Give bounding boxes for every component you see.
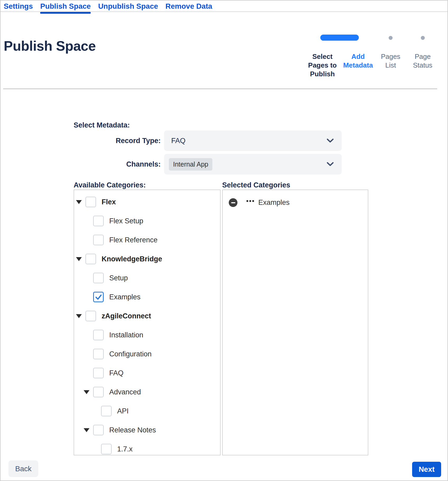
stepper-labels: Select Pages to PublishAdd MetadataPages… [304, 52, 441, 78]
caret-down-icon [84, 390, 89, 394]
caret-toggle-advanced[interactable] [84, 390, 93, 394]
step-dot [421, 36, 425, 40]
selected-row-examples: Examples [223, 190, 368, 207]
caret-down-icon [76, 314, 82, 318]
step-dot [389, 36, 393, 40]
step-pages-list[interactable]: Pages List [375, 52, 406, 78]
category-label-api: API [117, 407, 129, 415]
channels-row: Channels: Internal App [74, 154, 342, 175]
category-label-1-7-x: 1.7.x [117, 445, 133, 453]
section-divider [3, 88, 437, 89]
checkbox-api[interactable] [101, 406, 112, 416]
caret-toggle-zagileconnect[interactable] [76, 314, 85, 318]
step-indicator-cell [406, 34, 439, 41]
step-select-pages-to-publish[interactable]: Select Pages to Publish [304, 52, 341, 78]
caret-toggle-flex[interactable] [76, 200, 85, 204]
tree-row-flex: Flex [74, 192, 220, 211]
tab-settings[interactable]: Settings [4, 2, 33, 11]
page-title: Publish Space [4, 38, 96, 54]
tab-publish-space[interactable]: Publish Space [40, 2, 90, 11]
available-categories-panel: FlexFlex SetupFlex ReferenceKnowledgeBri… [74, 190, 221, 455]
next-button[interactable]: Next [412, 462, 441, 477]
tab-unpublish-space[interactable]: Unpublish Space [98, 2, 158, 11]
checkbox-faq[interactable] [93, 368, 104, 378]
checkbox-examples[interactable] [93, 292, 104, 302]
progress-pill [320, 35, 359, 41]
channels-select[interactable]: Internal App [164, 154, 342, 175]
record-type-select[interactable]: FAQ [164, 130, 342, 151]
tree-row-installation: Installation [74, 326, 220, 345]
tree-row-flex-setup: Flex Setup [74, 211, 220, 230]
category-label-advanced: Advanced [109, 388, 141, 396]
selected-categories-panel: Examples [222, 190, 368, 455]
checkbox-1-7-x[interactable] [101, 444, 112, 454]
chevron-down-icon [327, 139, 334, 143]
caret-toggle-release-notes[interactable] [84, 428, 93, 432]
caret-toggle-knowledgebridge[interactable] [76, 257, 85, 261]
tab-bar: SettingsPublish SpaceUnpublish SpaceRemo… [1, 1, 447, 12]
tree-row-advanced: Advanced [74, 383, 220, 402]
remove-icon[interactable] [229, 198, 237, 207]
caret-down-icon [76, 257, 82, 261]
category-label-zagileconnect: zAgileConnect [102, 312, 151, 320]
selected-item-label: Examples [258, 199, 290, 207]
category-label-flex-setup: Flex Setup [109, 217, 143, 225]
tree-row-faq: FAQ [74, 364, 220, 383]
channel-chip: Internal App [169, 158, 212, 171]
checkbox-knowledgebridge[interactable] [85, 254, 96, 264]
category-label-knowledgebridge: KnowledgeBridge [102, 255, 162, 263]
step-add-metadata[interactable]: Add Metadata [341, 52, 375, 78]
checkbox-flex-reference[interactable] [93, 235, 104, 245]
tree-row-1-7-x: 1.7.x [74, 440, 220, 459]
category-label-installation: Installation [109, 331, 143, 339]
category-label-setup: Setup [109, 274, 128, 282]
record-type-label: Record Type: [74, 137, 161, 145]
channels-label: Channels: [74, 160, 161, 168]
tree-row-examples: Examples [74, 287, 220, 306]
tree-row-knowledgebridge: KnowledgeBridge [74, 249, 220, 268]
checkbox-advanced[interactable] [93, 387, 104, 397]
checkbox-flex-setup[interactable] [93, 216, 104, 226]
tree-row-setup: Setup [74, 268, 220, 287]
checkbox-release-notes[interactable] [93, 425, 104, 435]
step-page-status[interactable]: Page Status [406, 52, 439, 78]
select-metadata-label: Select Metadata: [74, 121, 130, 129]
step-indicator-cell [375, 34, 406, 41]
record-type-value: FAQ [164, 137, 185, 145]
record-type-row: Record Type: FAQ [74, 130, 342, 151]
checkbox-installation[interactable] [93, 330, 104, 340]
stepper-indicators [304, 34, 441, 41]
category-label-flex-reference: Flex Reference [109, 236, 158, 244]
caret-down-icon [76, 200, 82, 204]
category-label-flex: Flex [102, 198, 116, 206]
checkbox-flex[interactable] [85, 197, 96, 207]
selected-categories-label: Selected Categories [222, 181, 290, 189]
available-categories-label: Available Categories: [74, 181, 146, 189]
tree-row-zagileconnect: zAgileConnect [74, 306, 220, 326]
chevron-down-icon [327, 162, 334, 167]
check-icon [95, 294, 102, 301]
drag-handle-icon[interactable] [246, 200, 254, 202]
tree-row-api: API [74, 402, 220, 421]
category-label-examples: Examples [109, 293, 141, 301]
category-label-release-notes: Release Notes [109, 426, 156, 434]
category-label-faq: FAQ [109, 369, 123, 377]
checkbox-configuration[interactable] [93, 349, 104, 359]
tree-row-release-notes: Release Notes [74, 421, 220, 440]
category-label-configuration: Configuration [109, 350, 152, 358]
back-button[interactable]: Back [8, 460, 38, 477]
wizard-stepper: Select Pages to PublishAdd MetadataPages… [304, 34, 441, 78]
checkbox-zagileconnect[interactable] [85, 311, 96, 321]
caret-down-icon [84, 428, 89, 432]
checkbox-setup[interactable] [93, 273, 104, 283]
tree-row-configuration: Configuration [74, 345, 220, 364]
tree-row-flex-reference: Flex Reference [74, 230, 220, 249]
publish-space-page: SettingsPublish SpaceUnpublish SpaceRemo… [0, 0, 448, 481]
tab-remove-data[interactable]: Remove Data [165, 2, 212, 11]
